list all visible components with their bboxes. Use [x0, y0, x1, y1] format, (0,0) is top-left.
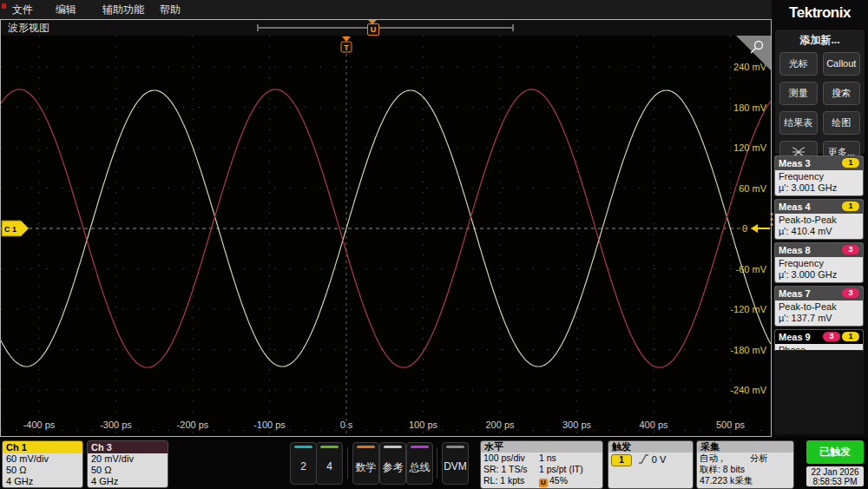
source-badge: 3 — [823, 332, 840, 341]
acquisition-title: 采集 — [697, 441, 793, 453]
x-tick-label: 500 ps — [716, 420, 746, 430]
channel-4-button[interactable]: 4 — [316, 442, 343, 485]
add-new-title: 添加新... — [775, 33, 865, 48]
y-tick-label: -240 mV — [730, 385, 766, 395]
channel-4-color-stripe — [320, 446, 339, 448]
horizontal-settings-badge[interactable]: 水平 100 ps/div1 ns SR: 1 TS/s1 ps/pt (IT)… — [480, 440, 603, 489]
acquisition-badge[interactable]: 采集 自动 ,分析 取样: 8 bits 47.223 k采集 — [696, 440, 794, 489]
time-text: 8:58:53 PM — [806, 477, 864, 486]
meas-body: Peak-to-Peakµ': 137.7 mV — [775, 301, 863, 326]
menu-bar: 文件 编辑 辅助功能 帮助 — [0, 0, 868, 19]
x-tick-label: -300 ps — [100, 420, 132, 430]
channel-3-label: Ch 3 — [88, 441, 168, 453]
sidebar-resize-handle[interactable]: ••• — [770, 211, 773, 227]
math-button-label: 数学 — [353, 460, 378, 475]
channel-2-button-label: 2 — [291, 460, 316, 472]
y-tick-label: -120 mV — [730, 304, 766, 314]
y-tick-label: 240 mV — [733, 62, 767, 72]
zero-level-arrow-icon — [751, 224, 758, 233]
x-tick-label: 300 ps — [562, 420, 592, 430]
horizontal-title: 水平 — [481, 441, 602, 453]
trigger-settings-badge[interactable]: 触发 1 0 V — [608, 440, 694, 489]
x-tick-label: 100 ps — [409, 420, 438, 430]
divider — [347, 447, 348, 479]
x-tick-label: -200 ps — [177, 420, 209, 430]
datetime-display[interactable]: 22 Jan 2026 8:58:53 PM — [806, 466, 864, 486]
rising-edge-icon — [638, 453, 649, 465]
search-button[interactable]: 搜索 — [823, 82, 861, 105]
callout-button[interactable]: Callout — [823, 52, 861, 76]
horizontal-position-marker[interactable]: U — [367, 23, 379, 36]
meas-body: Frequencyµ': 3.000 GHz — [775, 257, 863, 282]
menu-help[interactable]: 帮助 — [155, 0, 186, 19]
ref-button[interactable]: 参考 — [379, 442, 406, 485]
y-tick-label: 60 mV — [739, 183, 766, 194]
x-tick-label: 200 ps — [485, 420, 515, 430]
channel-1-settings: 60 mV/div 50 Ω 4 GHz — [3, 453, 82, 487]
y-tick-label: -180 mV — [730, 345, 766, 355]
ref-button-label: 参考 — [380, 460, 405, 475]
meas-name: Meas 8 — [779, 245, 811, 255]
bus-button[interactable]: 总线 — [406, 442, 433, 485]
divider — [437, 447, 437, 479]
x-tick-label: -400 ps — [23, 420, 56, 430]
y-tick-label: 120 mV — [733, 142, 767, 153]
dvm-button[interactable]: DVM — [442, 442, 469, 485]
channel-1-label: Ch 1 — [3, 441, 82, 453]
meas-name: Meas 4 — [779, 202, 811, 212]
results-sidebar: Tektronix 添加新... 光标 Callout 测量 搜索 结果表 绘图… — [772, 0, 868, 437]
trigger-caret-icon — [342, 36, 351, 42]
meas-name: Meas 7 — [779, 288, 811, 299]
meas-badge-4[interactable]: Meas 4 1 Peak-to-Peakµ': 410.4 mV — [774, 199, 864, 240]
triggered-status-button[interactable]: 已触发 — [806, 440, 864, 464]
waveform-view-title: 波形视图 — [1, 22, 49, 34]
menu-file[interactable]: 文件 — [7, 0, 38, 19]
bus-color-stripe — [411, 446, 429, 448]
channel-1-badge[interactable]: Ch 1 60 mV/div 50 Ω 4 GHz — [2, 440, 83, 488]
x-tick-label: 0 s — [340, 420, 353, 430]
record-indicator-icon — [2, 3, 6, 9]
trigger-marker-label: T — [344, 43, 349, 52]
sidebar-empty-panel — [774, 350, 864, 434]
x-tick-label: 400 ps — [639, 420, 668, 430]
y-tick-label: -60 mV — [736, 264, 767, 274]
plot-button[interactable]: 绘图 — [823, 111, 861, 135]
channel-1-marker-label: C 1 — [4, 225, 16, 234]
math-button[interactable]: 数学 — [352, 442, 379, 485]
channel-2-button[interactable]: 2 — [290, 442, 317, 485]
dvm-color-stripe — [446, 446, 464, 448]
meas-badge-3[interactable]: Meas 3 1 Frequencyµ': 3.001 GHz — [774, 155, 864, 196]
source-badge: 1 — [842, 158, 859, 168]
tektronix-logo: Tektronix — [772, 0, 868, 29]
dvm-button-label: DVM — [443, 460, 468, 472]
source-badge: 3 — [842, 288, 859, 298]
menu-edit[interactable]: 编辑 — [50, 0, 82, 19]
math-color-stripe — [357, 446, 375, 448]
cursor-button[interactable]: 光标 — [779, 52, 818, 76]
meas-badge-7[interactable]: Meas 7 3 Peak-to-Peakµ': 137.7 mV — [774, 286, 864, 327]
ref-color-stripe — [384, 446, 402, 448]
meas-body: Frequencyµ': 3.001 GHz — [775, 170, 863, 195]
waveform-plot-area[interactable]: -400 ps-300 ps-200 ps-100 ps0 s100 ps200… — [1, 36, 771, 436]
results-table-button[interactable]: 结果表 — [779, 111, 818, 135]
record-overview-bar[interactable] — [257, 27, 514, 29]
measurement-list: Meas 3 1 Frequencyµ': 3.001 GHz Meas 4 1… — [774, 155, 864, 373]
meas-body: Peak-to-Peakµ': 410.4 mV — [775, 214, 863, 239]
waveform-view-titlebar: 波形视图 U — [1, 20, 771, 36]
channel-3-badge[interactable]: Ch 3 20 mV/div 50 Ω 4 GHz — [87, 440, 168, 488]
waveform-view-panel: 波形视图 U -400 ps-300 ps-200 ps-100 ps0 s10… — [0, 19, 772, 437]
trigger-source-badge: 1 — [611, 454, 632, 466]
source-badge: 3 — [842, 245, 859, 254]
zero-level-arrow-tail — [758, 228, 770, 229]
menu-utility[interactable]: 辅助功能 — [97, 0, 149, 19]
trigger-level: 0 V — [652, 454, 667, 465]
source-badge: 1 — [842, 332, 859, 341]
horizontal-position-icon: U — [539, 479, 548, 487]
meas-name: Meas 3 — [779, 158, 811, 169]
waveform-plot[interactable]: -400 ps-300 ps-200 ps-100 ps0 s100 ps200… — [1, 36, 771, 436]
measure-button[interactable]: 测量 — [779, 82, 818, 105]
meas-badge-8[interactable]: Meas 8 3 Frequencyµ': 3.000 GHz — [774, 242, 864, 283]
channel-2-color-stripe — [294, 446, 312, 448]
meas-name: Meas 9 — [779, 332, 811, 342]
y-tick-label: 180 mV — [733, 102, 767, 113]
